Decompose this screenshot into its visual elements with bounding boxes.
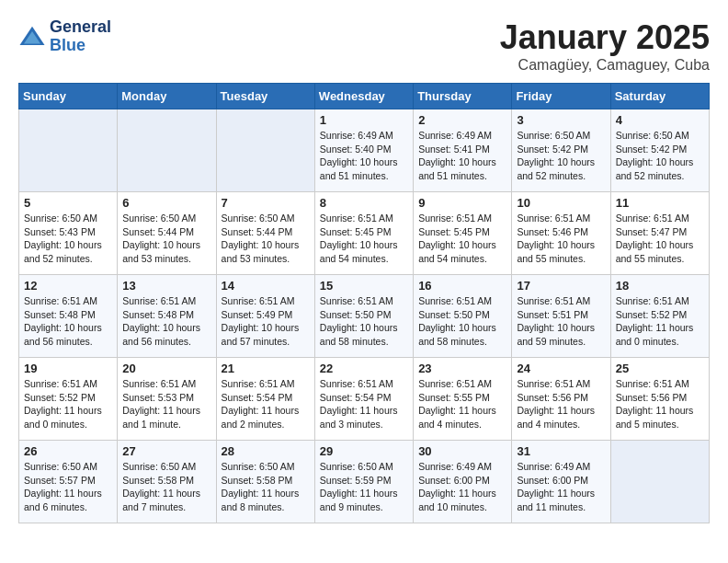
- calendar-cell: 1 Sunrise: 6:49 AM Sunset: 5:40 PM Dayli…: [314, 109, 413, 192]
- header-tuesday: Tuesday: [216, 84, 314, 109]
- day-number: 15: [320, 279, 408, 293]
- cell-content: Sunrise: 6:50 AM Sunset: 5:42 PM Dayligh…: [517, 129, 605, 183]
- day-number: 24: [517, 362, 605, 375]
- sunset-text: Sunset: 5:48 PM: [24, 309, 96, 320]
- month-title: January 2025: [500, 18, 710, 57]
- cell-content: Sunrise: 6:50 AM Sunset: 5:44 PM Dayligh…: [122, 212, 210, 266]
- sunrise-text: Sunrise: 6:50 AM: [222, 461, 295, 472]
- sunset-text: Sunset: 5:49 PM: [222, 309, 293, 320]
- sunset-text: Sunset: 5:42 PM: [517, 144, 588, 155]
- calendar-cell: 23 Sunrise: 6:51 AM Sunset: 5:55 PM Dayl…: [414, 358, 512, 441]
- sunrise-text: Sunrise: 6:50 AM: [122, 213, 196, 224]
- calendar-cell: 9 Sunrise: 6:51 AM Sunset: 5:45 PM Dayli…: [414, 192, 512, 275]
- sunrise-text: Sunrise: 6:49 AM: [418, 461, 492, 472]
- sunset-text: Sunset: 5:52 PM: [24, 392, 96, 403]
- calendar-cell: 13 Sunrise: 6:51 AM Sunset: 5:48 PM Dayl…: [118, 275, 216, 358]
- calendar-cell: [610, 441, 709, 523]
- header-wednesday: Wednesday: [314, 84, 413, 109]
- logo-icon: [18, 23, 46, 51]
- calendar-cell: 20 Sunrise: 6:51 AM Sunset: 5:53 PM Dayl…: [118, 358, 216, 441]
- cell-content: Sunrise: 6:51 AM Sunset: 5:48 PM Dayligh…: [24, 294, 112, 349]
- daylight-text: Daylight: 10 hours and 56 minutes.: [122, 322, 200, 347]
- calendar-cell: 30 Sunrise: 6:49 AM Sunset: 6:00 PM Dayl…: [414, 441, 512, 523]
- daylight-text: Daylight: 10 hours and 54 minutes.: [418, 239, 496, 264]
- daylight-text: Daylight: 11 hours and 7 minutes.: [122, 488, 200, 512]
- sunset-text: Sunset: 5:47 PM: [616, 226, 688, 237]
- cell-content: Sunrise: 6:51 AM Sunset: 5:54 PM Dayligh…: [320, 377, 408, 431]
- sunset-text: Sunset: 6:00 PM: [517, 475, 588, 486]
- calendar-cell: 19 Sunrise: 6:51 AM Sunset: 5:52 PM Dayl…: [19, 358, 118, 441]
- sunset-text: Sunset: 5:46 PM: [517, 226, 588, 237]
- day-number: 4: [616, 113, 704, 127]
- cell-content: Sunrise: 6:51 AM Sunset: 5:56 PM Dayligh…: [616, 377, 704, 431]
- sunrise-text: Sunrise: 6:51 AM: [616, 213, 689, 224]
- sunset-text: Sunset: 5:54 PM: [222, 392, 293, 403]
- header-sunday: Sunday: [19, 84, 118, 109]
- day-number: 30: [418, 444, 506, 458]
- daylight-text: Daylight: 11 hours and 0 minutes.: [24, 405, 102, 430]
- calendar-cell: 16 Sunrise: 6:51 AM Sunset: 5:50 PM Dayl…: [414, 275, 512, 358]
- header-saturday: Saturday: [610, 84, 709, 109]
- sunset-text: Sunset: 5:59 PM: [320, 475, 392, 486]
- cell-content: Sunrise: 6:51 AM Sunset: 5:54 PM Dayligh…: [222, 377, 310, 431]
- day-number: 5: [24, 196, 112, 210]
- sunset-text: Sunset: 5:53 PM: [122, 392, 194, 403]
- calendar-week-row: 19 Sunrise: 6:51 AM Sunset: 5:52 PM Dayl…: [19, 358, 710, 441]
- calendar-cell: 18 Sunrise: 6:51 AM Sunset: 5:52 PM Dayl…: [610, 275, 709, 358]
- sunrise-text: Sunrise: 6:51 AM: [24, 295, 97, 306]
- day-number: 10: [517, 196, 605, 210]
- sunset-text: Sunset: 5:51 PM: [517, 309, 588, 320]
- day-number: 22: [320, 362, 408, 375]
- calendar-cell: 28 Sunrise: 6:50 AM Sunset: 5:58 PM Dayl…: [216, 441, 314, 523]
- sunset-text: Sunset: 5:44 PM: [222, 226, 293, 237]
- daylight-text: Daylight: 11 hours and 3 minutes.: [320, 405, 398, 430]
- sunrise-text: Sunrise: 6:51 AM: [616, 378, 689, 389]
- calendar-cell: 8 Sunrise: 6:51 AM Sunset: 5:45 PM Dayli…: [314, 192, 413, 275]
- sunset-text: Sunset: 5:50 PM: [418, 309, 490, 320]
- daylight-text: Daylight: 11 hours and 8 minutes.: [222, 488, 300, 512]
- logo-text: General Blue: [50, 18, 111, 55]
- sunrise-text: Sunrise: 6:50 AM: [320, 461, 393, 472]
- day-number: 2: [418, 113, 506, 127]
- cell-content: Sunrise: 6:49 AM Sunset: 6:00 PM Dayligh…: [418, 460, 506, 514]
- calendar-body: 1 Sunrise: 6:49 AM Sunset: 5:40 PM Dayli…: [19, 109, 710, 523]
- day-number: 20: [122, 362, 210, 375]
- sunset-text: Sunset: 5:42 PM: [616, 144, 688, 155]
- calendar-cell: 10 Sunrise: 6:51 AM Sunset: 5:46 PM Dayl…: [512, 192, 610, 275]
- sunset-text: Sunset: 5:43 PM: [24, 226, 96, 237]
- cell-content: Sunrise: 6:51 AM Sunset: 5:52 PM Dayligh…: [616, 294, 704, 349]
- cell-content: Sunrise: 6:51 AM Sunset: 5:53 PM Dayligh…: [122, 377, 210, 431]
- day-number: 18: [616, 279, 704, 293]
- calendar-week-row: 5 Sunrise: 6:50 AM Sunset: 5:43 PM Dayli…: [19, 192, 710, 275]
- cell-content: Sunrise: 6:49 AM Sunset: 5:40 PM Dayligh…: [320, 129, 408, 183]
- daylight-text: Daylight: 10 hours and 58 minutes.: [418, 322, 496, 347]
- day-number: 27: [122, 444, 210, 458]
- sunset-text: Sunset: 5:40 PM: [320, 144, 392, 155]
- sunrise-text: Sunrise: 6:51 AM: [418, 378, 492, 389]
- daylight-text: Daylight: 10 hours and 53 minutes.: [122, 239, 200, 264]
- day-number: 21: [222, 362, 310, 375]
- sunrise-text: Sunrise: 6:51 AM: [616, 295, 689, 306]
- calendar-week-row: 26 Sunrise: 6:50 AM Sunset: 5:57 PM Dayl…: [19, 441, 710, 523]
- sunset-text: Sunset: 5:55 PM: [418, 392, 490, 403]
- daylight-text: Daylight: 10 hours and 52 minutes.: [24, 239, 102, 264]
- cell-content: Sunrise: 6:51 AM Sunset: 5:50 PM Dayligh…: [320, 294, 408, 349]
- calendar-cell: 11 Sunrise: 6:51 AM Sunset: 5:47 PM Dayl…: [610, 192, 709, 275]
- daylight-text: Daylight: 10 hours and 52 minutes.: [616, 156, 694, 181]
- sunrise-text: Sunrise: 6:51 AM: [320, 378, 393, 389]
- daylight-text: Daylight: 11 hours and 1 minute.: [122, 405, 200, 430]
- cell-content: Sunrise: 6:50 AM Sunset: 5:58 PM Dayligh…: [222, 460, 310, 514]
- calendar-cell: 5 Sunrise: 6:50 AM Sunset: 5:43 PM Dayli…: [19, 192, 118, 275]
- location-title: Camagüey, Camaguey, Cuba: [500, 57, 710, 74]
- daylight-text: Daylight: 11 hours and 11 minutes.: [517, 488, 595, 512]
- calendar-cell: 3 Sunrise: 6:50 AM Sunset: 5:42 PM Dayli…: [512, 109, 610, 192]
- day-number: 7: [222, 196, 310, 210]
- cell-content: Sunrise: 6:51 AM Sunset: 5:51 PM Dayligh…: [517, 294, 605, 349]
- sunrise-text: Sunrise: 6:51 AM: [418, 213, 492, 224]
- daylight-text: Daylight: 11 hours and 9 minutes.: [320, 488, 398, 512]
- title-block: January 2025 Camagüey, Camaguey, Cuba: [500, 18, 710, 74]
- calendar-cell: 4 Sunrise: 6:50 AM Sunset: 5:42 PM Dayli…: [610, 109, 709, 192]
- day-number: 31: [517, 444, 605, 458]
- cell-content: Sunrise: 6:50 AM Sunset: 5:57 PM Dayligh…: [24, 460, 112, 514]
- calendar-cell: 27 Sunrise: 6:50 AM Sunset: 5:58 PM Dayl…: [118, 441, 216, 523]
